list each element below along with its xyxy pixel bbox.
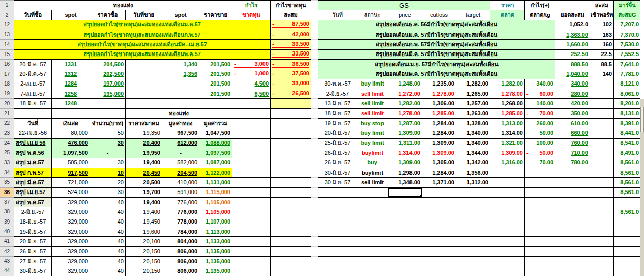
cell-M25[interactable]: 1,309.00 bbox=[422, 148, 456, 157]
cell-S36[interactable]: 8,561.0 bbox=[613, 187, 640, 197]
cell-R37[interactable] bbox=[590, 197, 613, 207]
cell-E35[interactable]: 410,000 bbox=[162, 177, 199, 187]
row-header-44[interactable]: 44 bbox=[0, 266, 14, 275]
cell-L24[interactable]: 1,311.00 bbox=[388, 138, 422, 148]
cell-H23[interactable] bbox=[270, 128, 311, 137]
cell-C18[interactable]: 197,000 bbox=[90, 79, 125, 89]
cell-K23[interactable]: buy limit bbox=[357, 128, 388, 137]
cell-R15[interactable]: 22.5 bbox=[590, 49, 613, 59]
cell-M38[interactable] bbox=[422, 207, 456, 216]
cell-E16[interactable]: 1,340 bbox=[162, 59, 199, 69]
cell-S25[interactable]: 8,491.0 bbox=[613, 148, 640, 157]
cell-A15[interactable]: สรุปยอดกำไร(ขาดทุน)สะสมทองแท่งเดือนพ.ค.5… bbox=[14, 49, 270, 59]
cell-J13[interactable]: สรุปยอดเดือนม.ค. 57มีกำไร(ขาดทุน)สะสมทั้… bbox=[318, 30, 555, 39]
cell-C34[interactable]: 10 bbox=[90, 168, 125, 177]
row-header-23[interactable]: 23 bbox=[0, 128, 14, 137]
cell-S19[interactable]: 8,061.0 bbox=[613, 89, 640, 98]
cell-K36[interactable] bbox=[357, 187, 388, 197]
cell-O39[interactable] bbox=[490, 217, 524, 227]
cell-A40[interactable]: 19-มิ.ย.-57 bbox=[14, 227, 51, 236]
cell-J24[interactable]: 25-มิ.ย.-57 bbox=[318, 138, 357, 148]
cell-A23[interactable]: 22-เม.ย.-56 bbox=[14, 128, 51, 137]
cell-J2[interactable]: วันที่ bbox=[318, 10, 357, 19]
cell-N43[interactable] bbox=[456, 256, 490, 266]
row-header-36[interactable]: 36 bbox=[0, 187, 14, 197]
cell-H25[interactable] bbox=[270, 148, 311, 157]
cell-B37[interactable]: 329,000 bbox=[51, 197, 90, 207]
cell-S17[interactable]: 7,781.0 bbox=[613, 69, 640, 78]
cell-H2[interactable]: สะสม bbox=[270, 10, 311, 19]
cell-J40[interactable] bbox=[318, 227, 357, 236]
cell-L40[interactable] bbox=[388, 227, 422, 236]
cell-H44[interactable] bbox=[270, 266, 311, 275]
cell-J44[interactable] bbox=[318, 266, 357, 275]
cell-N21[interactable]: 1,263.00 bbox=[456, 108, 490, 118]
cell-A14[interactable]: สรุปยอดกำไร(ขาดทุน)สะสมทองแท่งเดือนมีค.-… bbox=[14, 39, 270, 49]
cell-B33[interactable]: 505,000 bbox=[51, 158, 90, 168]
cell-J41[interactable] bbox=[318, 236, 357, 246]
cell-N37[interactable] bbox=[456, 197, 490, 207]
cell-F44[interactable]: 1,135,000 bbox=[199, 266, 232, 275]
cell-O25[interactable]: 1,309.00 bbox=[490, 148, 524, 157]
cell-G1[interactable]: กำไร bbox=[232, 0, 270, 10]
cell-F36[interactable]: 1,115,000 bbox=[199, 187, 232, 197]
cell-K42[interactable] bbox=[357, 246, 388, 256]
cell-M24[interactable]: 1,309.00 bbox=[422, 138, 456, 148]
cell-Q18[interactable]: 340.00 bbox=[555, 79, 590, 89]
cell-P38[interactable] bbox=[524, 207, 555, 216]
cell-F34[interactable]: 1,122,000 bbox=[199, 168, 232, 177]
cell-F24[interactable]: 1,088,000 bbox=[199, 138, 232, 148]
cell-H13[interactable]: -42,000 bbox=[270, 30, 311, 39]
cell-N25[interactable]: 1,344.00 bbox=[456, 148, 490, 157]
cell-L22[interactable]: 1,287.00 bbox=[388, 118, 422, 128]
cell-S35[interactable]: 8,561.0 bbox=[613, 177, 640, 187]
row-header-42[interactable]: 42 bbox=[0, 246, 14, 256]
cell-S23[interactable]: 8,441.0 bbox=[613, 128, 640, 137]
cell-N20[interactable]: 1,257.00 bbox=[456, 98, 490, 108]
cell-A17[interactable]: 20-มี.ค.-57 bbox=[14, 69, 51, 78]
cell-B16[interactable]: 1331 bbox=[51, 59, 90, 69]
cell-L20[interactable]: 1,282.00 bbox=[388, 98, 422, 108]
row-header-19[interactable]: 19 bbox=[0, 89, 14, 98]
cell-K2[interactable]: สถานะ bbox=[357, 10, 388, 19]
cell-C22[interactable]: จำนวน(บาท) bbox=[90, 118, 125, 128]
cell-K21[interactable]: sell limit bbox=[357, 108, 388, 118]
cell-H21[interactable] bbox=[270, 108, 311, 118]
cell-R19[interactable] bbox=[590, 89, 613, 98]
cell-S2[interactable]: สะสมG bbox=[613, 10, 640, 19]
cell-D41[interactable]: 20,100 bbox=[125, 236, 162, 246]
cell-O21[interactable]: 1,285.00 bbox=[490, 108, 524, 118]
row-header-43[interactable]: 43 bbox=[0, 256, 14, 266]
cell-E44[interactable]: 806,000 bbox=[162, 266, 199, 275]
cell-L43[interactable] bbox=[388, 256, 422, 266]
cell-O44[interactable] bbox=[490, 266, 524, 275]
cell-A2[interactable]: วันที่ซื้อ bbox=[14, 10, 51, 19]
cell-Q15[interactable]: 252.50 bbox=[555, 49, 590, 59]
cell-S20[interactable]: 8,201.0 bbox=[613, 98, 640, 108]
cell-N35[interactable]: 1,312.00 bbox=[456, 177, 490, 187]
cell-B35[interactable]: 721,000 bbox=[51, 177, 90, 187]
cell-K39[interactable] bbox=[357, 217, 388, 227]
cell-E33[interactable]: 582,000 bbox=[162, 158, 199, 168]
cell-G23[interactable] bbox=[232, 128, 270, 137]
cell-P23[interactable]: 50.00 bbox=[524, 128, 555, 137]
cell-E17[interactable]: 1,356 bbox=[162, 69, 199, 78]
cell-K25[interactable]: buylimit bbox=[357, 148, 388, 157]
row-header-12[interactable]: 12 bbox=[0, 20, 14, 30]
cell-J38[interactable] bbox=[318, 207, 357, 216]
cell-J42[interactable] bbox=[318, 246, 357, 256]
cell-A13[interactable]: สรุปยอดกำไร(ขาดทุน)สะสมทองแท่งเดือนก.พ.5… bbox=[14, 30, 270, 39]
cell-R20[interactable] bbox=[590, 98, 613, 108]
cell-N39[interactable] bbox=[456, 217, 490, 227]
cell-F2[interactable]: ราคาขาย bbox=[199, 10, 232, 19]
cell-P21[interactable]: -70.00 bbox=[524, 108, 555, 118]
cell-D25[interactable]: 19,950 bbox=[125, 148, 162, 157]
cell-O23[interactable]: 1,314.00 bbox=[490, 128, 524, 137]
cell-J14[interactable]: สรุปยอดเดือนก.พ. 57มีกำไร(ขาดทุน)สะสมทั้… bbox=[318, 39, 555, 49]
cell-A41[interactable]: 20-มิ.ย.-57 bbox=[14, 236, 51, 246]
cell-Q34[interactable] bbox=[555, 168, 590, 177]
cell-J34[interactable]: 30-มิ.ย.-57 bbox=[318, 168, 357, 177]
cell-R2[interactable]: เข้าพอร์ท bbox=[590, 10, 613, 19]
cell-C23[interactable]: 50 bbox=[90, 128, 125, 137]
cell-G19[interactable]: 6,500 bbox=[232, 89, 270, 98]
